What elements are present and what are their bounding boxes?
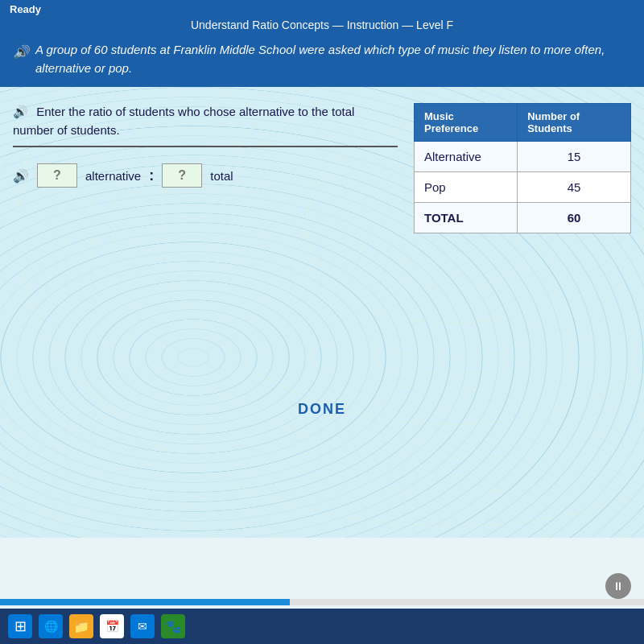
table-cell-preference: Pop [415,172,518,203]
taskbar-calendar-icon[interactable]: 📅 [100,614,124,638]
content-row: 🔊 Enter the ratio of students who chose … [13,103,631,233]
taskbar: ⊞ 🌐 📁 📅 ✉ 🐾 [0,609,644,644]
table-cell-preference: Alternative [415,142,518,172]
top-bar: Ready [0,0,644,19]
speaker-icon-2[interactable]: 🔊 [13,105,28,118]
table-row: TOTAL60 [415,203,631,233]
ratio-input-numerator[interactable] [37,163,77,188]
progress-fill [0,599,290,605]
colon-separator: : [149,167,154,184]
ratio-input-denominator[interactable] [162,163,202,188]
col2-header: Number of Students [518,104,631,142]
pause-button[interactable]: ⏸ [605,573,631,599]
table-cell-count: 15 [518,142,631,172]
header: Understand Ratio Concepts — Instruction … [0,19,644,31]
pause-icon: ⏸ [613,580,624,592]
alternative-label: alternative [85,169,141,183]
main-content: 🔊 Enter the ratio of students who chose … [0,87,644,538]
data-table: Music Preference Number of Students Alte… [414,103,631,233]
taskbar-edge-icon[interactable]: 🌐 [39,614,63,638]
speaker-icon[interactable]: 🔊 [13,43,29,62]
instruction-text: 🔊 Enter the ratio of students who chose … [13,103,398,147]
taskbar-app-icon[interactable]: 🐾 [161,614,185,638]
brand-label: Ready [10,3,41,15]
taskbar-files-icon[interactable]: 📁 [69,614,93,638]
question-text: A group of 60 students at Franklin Middl… [35,41,631,77]
table-cell-preference: TOTAL [415,203,518,233]
total-label: total [210,169,233,183]
table-cell-count: 60 [518,203,631,233]
progress-bar-container [0,599,644,605]
table-row: Pop45 [415,172,631,203]
taskbar-mail-icon[interactable]: ✉ [130,614,155,638]
table-row: Alternative15 [415,142,631,172]
taskbar-start-icon[interactable]: ⊞ [8,614,32,638]
ratio-row: 🔊 alternative : total [13,163,398,188]
question-banner: 🔊 A group of 60 students at Franklin Mid… [0,31,644,87]
table-cell-count: 45 [518,172,631,203]
col1-header: Music Preference [415,104,518,142]
right-panel: Music Preference Number of Students Alte… [414,103,631,233]
done-button[interactable]: DONE [279,394,365,424]
left-panel: 🔊 Enter the ratio of students who chose … [13,103,398,233]
page-title: Understand Ratio Concepts — Instruction … [58,19,586,31]
done-area: DONE [13,394,631,424]
speaker-icon-3[interactable]: 🔊 [13,168,29,184]
